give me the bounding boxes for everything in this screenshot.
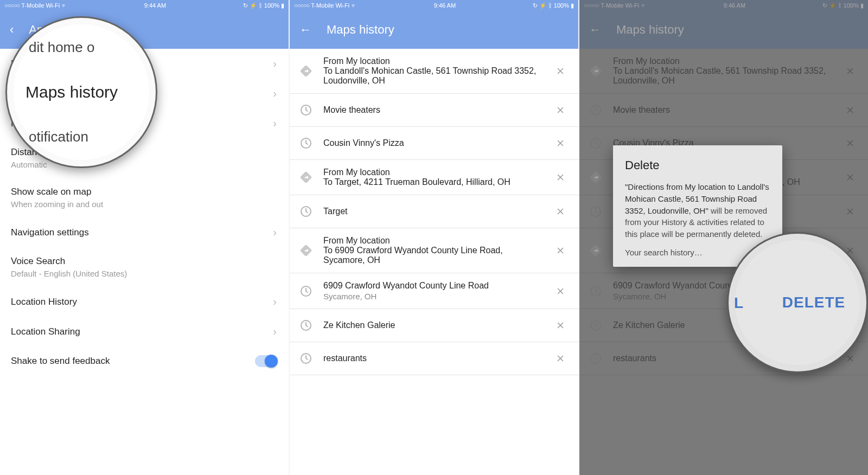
- battery-icon: ▮: [571, 2, 574, 9]
- header-bar: ← Maps history: [290, 11, 578, 49]
- delete-item-button[interactable]: [552, 102, 569, 118]
- history-list: From My locationTo Landoll's Mohican Cas…: [290, 49, 578, 475]
- signal-dots-icon: ○○○○○: [294, 2, 309, 9]
- header-title: Maps history: [327, 23, 394, 37]
- magnifier-maps-history: dit home o Maps history otification: [5, 16, 157, 168]
- delete-item-button[interactable]: [552, 350, 569, 367]
- clock-label: 9:44 AM: [144, 2, 166, 9]
- delete-item-button[interactable]: [552, 283, 569, 299]
- back-button[interactable]: ‹: [10, 24, 14, 36]
- history-item[interactable]: 6909 Crawford Wyandot County Line RoadSy…: [290, 273, 578, 309]
- directions-icon: [297, 169, 315, 186]
- dialog-body: "Directions from My location to Landoll'…: [625, 181, 770, 240]
- history-item[interactable]: From My locationTo Target, 4211 Trueman …: [290, 160, 578, 195]
- delete-item-button[interactable]: [552, 135, 569, 151]
- history-item[interactable]: Movie theaters: [290, 94, 578, 127]
- clock-icon: [297, 101, 315, 119]
- history-item-text: Cousin Vinny's Pizza: [323, 138, 544, 148]
- history-item[interactable]: From My locationTo 6909 Crawford Wyandot…: [290, 228, 578, 273]
- cancel-fragment: L: [734, 294, 743, 312]
- settings-item-navigation[interactable]: Navigation settings ›: [0, 217, 289, 247]
- clock-icon: [297, 350, 315, 367]
- clock-label: 9:46 AM: [434, 2, 456, 9]
- delete-item-button[interactable]: [552, 63, 569, 79]
- carrier-label: T-Mobile Wi-Fi: [21, 2, 60, 9]
- settings-item-location-history[interactable]: Location History ›: [0, 287, 289, 317]
- delete-item-button[interactable]: [552, 317, 569, 333]
- history-item-text: From My locationTo Landoll's Mohican Cas…: [323, 56, 544, 86]
- delete-item-button[interactable]: [552, 169, 569, 185]
- settings-item-shake-feedback[interactable]: Shake to send feedback: [0, 346, 289, 376]
- magnifier-delete-button: L DELETE: [727, 232, 868, 373]
- screen-settings: ○○○○○ T-Mobile Wi-Fi ᯤ 9:44 AM ↻ ⚡ ᛒ 100…: [0, 0, 289, 475]
- chevron-right-icon: ›: [273, 87, 277, 100]
- toggle-shake-feedback[interactable]: [255, 355, 277, 367]
- chevron-right-icon: ›: [273, 325, 277, 338]
- delete-item-button[interactable]: [552, 242, 569, 259]
- history-item-text: Movie theaters: [323, 105, 544, 115]
- history-item-text: Target: [323, 207, 544, 216]
- history-item-text: From My locationTo 6909 Crawford Wyandot…: [323, 236, 544, 265]
- history-item-text: From My locationTo Target, 4211 Trueman …: [323, 168, 544, 187]
- wifi-icon: ᯤ: [61, 2, 67, 9]
- back-button[interactable]: ←: [299, 24, 311, 36]
- chevron-right-icon: ›: [273, 117, 277, 130]
- status-icons: ↻ ⚡ ᛒ: [243, 2, 263, 9]
- history-item[interactable]: Target: [290, 195, 578, 228]
- status-icons: ↻ ⚡ ᛒ: [533, 2, 552, 9]
- settings-item-scale[interactable]: Show scale on map When zooming in and ou…: [0, 178, 289, 217]
- status-bar: ○○○○○ T-Mobile Wi-Fi ᯤ 9:46 AM ↻ ⚡ ᛒ 100…: [290, 0, 578, 11]
- delete-button-zoom: DELETE: [782, 294, 845, 311]
- chevron-right-icon: ›: [273, 57, 277, 70]
- battery-icon: ▮: [281, 2, 284, 9]
- delete-item-button[interactable]: [552, 203, 569, 220]
- status-bar: ○○○○○ T-Mobile Wi-Fi ᯤ 9:44 AM ↻ ⚡ ᛒ 100…: [0, 0, 289, 11]
- dialog-title: Delete: [625, 158, 770, 172]
- history-item[interactable]: restaurants: [290, 342, 578, 375]
- history-item-text: Ze Kitchen Galerie: [323, 320, 544, 330]
- clock-icon: [297, 317, 315, 334]
- chevron-right-icon: ›: [273, 296, 277, 308]
- history-item-text: restaurants: [323, 354, 544, 363]
- settings-item-location-sharing[interactable]: Location Sharing ›: [0, 317, 289, 346]
- directions-icon: [297, 62, 315, 80]
- battery-label: 100%: [554, 2, 569, 9]
- clock-icon: [297, 134, 315, 152]
- history-item[interactable]: Ze Kitchen Galerie: [290, 309, 578, 342]
- signal-dots-icon: ○○○○○: [4, 2, 20, 9]
- screen-delete-dialog: ○○○○○ T-Mobile Wi-Fi ᯤ 9:46 AM ↻ ⚡ ᛒ 100…: [579, 0, 868, 475]
- battery-label: 100%: [264, 2, 279, 9]
- history-item[interactable]: From My locationTo Landoll's Mohican Cas…: [290, 49, 578, 94]
- carrier-label: T-Mobile Wi-Fi: [311, 2, 349, 9]
- screen-maps-history: ○○○○○ T-Mobile Wi-Fi ᯤ 9:46 AM ↻ ⚡ ᛒ 100…: [290, 0, 578, 475]
- clock-icon: [297, 203, 315, 220]
- history-item[interactable]: Cousin Vinny's Pizza: [290, 127, 578, 160]
- clock-icon: [297, 283, 315, 300]
- directions-icon: [297, 242, 315, 259]
- settings-item-voice-search[interactable]: Voice Search Default - English (United S…: [0, 247, 289, 287]
- wifi-icon: ᯤ: [351, 2, 357, 9]
- chevron-right-icon: ›: [273, 226, 277, 239]
- history-item-text: 6909 Crawford Wyandot County Line RoadSy…: [323, 281, 544, 301]
